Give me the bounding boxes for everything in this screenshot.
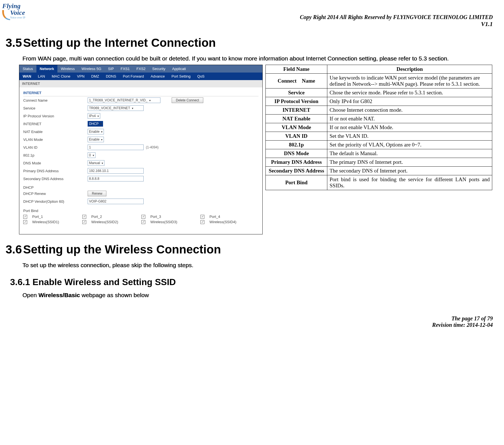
description-cell: Use keywords to indicate WAN port servic…: [327, 74, 492, 88]
tab-security[interactable]: Security: [149, 65, 169, 73]
secondary-dns-input[interactable]: 8.8.8.8: [88, 176, 144, 181]
logo-text-top: Flying: [2, 2, 36, 10]
secondary-dns-label: Secondary DNS Address: [23, 177, 88, 181]
dns-mode-select[interactable]: Manual: [88, 160, 104, 166]
port-bind-grid: ✓Port_1✓Port_2✓Port_3✓Port_4✓Wireless(SS…: [23, 213, 258, 225]
nat-enable-select[interactable]: Enable: [88, 129, 104, 134]
table-row: Secondary DNS AddressThe secondary DNS o…: [266, 167, 492, 175]
table-row: VLAN IDSet the VLAN ID.: [266, 132, 492, 141]
section-3-6-1-number: 3.6.1: [10, 277, 30, 287]
description-cell: If or not enable NAT.: [327, 115, 492, 123]
nat-enable-label: NAT Enable: [23, 130, 88, 134]
section-3-6-1-intro: Open Wireless/Basic webpage as shown bel…: [22, 292, 493, 299]
portbind-checkbox[interactable]: ✓: [82, 220, 86, 224]
tab-wireless[interactable]: Wireless: [57, 65, 78, 73]
tab-status[interactable]: Status: [19, 65, 36, 73]
service-select[interactable]: TR069_VOICE_INTERNET: [88, 105, 144, 111]
field-name-cell: Primary DNS Address: [266, 158, 327, 167]
tab-wan[interactable]: WAN: [19, 73, 34, 80]
tab-port-setting[interactable]: Port Setting: [168, 73, 194, 80]
table-row: Connect NameUse keywords to indicate WAN…: [266, 74, 492, 88]
tab-fxs2[interactable]: FXS2: [133, 65, 149, 73]
field-name-cell: INTERNET: [266, 106, 327, 115]
description-cell: Choose Internet connection mode.: [327, 106, 492, 115]
dhcp-renew-button[interactable]: Renew: [88, 191, 106, 196]
page-footer: The page 17 of 79 Revision time: 2014-12…: [6, 315, 493, 328]
description-cell: The default is Manual.: [327, 149, 492, 158]
tab-wireless-5g[interactable]: Wireless 5G: [78, 65, 105, 73]
section-3-6-number: 3.6: [6, 243, 22, 256]
copyright-text: Copy Right 2014 All Rights Reserved by F…: [6, 14, 493, 20]
primary-dns-input[interactable]: 192.168.10.1: [88, 168, 144, 174]
field-name-cell: Connect Name: [266, 74, 327, 88]
portbind-checkbox[interactable]: ✓: [200, 220, 204, 224]
table-row: INTERNETChoose Internet connection mode.: [266, 106, 492, 115]
section-3-6-heading: 3.6Setting up the Wireless Connection: [6, 243, 493, 256]
tab-sip[interactable]: SIP: [105, 65, 117, 73]
portbind-label: Port_3: [150, 215, 199, 219]
portbind-checkbox[interactable]: ✓: [141, 215, 145, 219]
tab-port-forward[interactable]: Port Forward: [120, 73, 147, 80]
connect-name-select[interactable]: 1_TR069_VOICE_INTERNET_R_VID_: [88, 97, 160, 103]
delete-connect-button[interactable]: Delete Connect: [172, 97, 203, 103]
tab-mac-clone[interactable]: MAC Clone: [48, 73, 74, 80]
desc-header-description: Description: [327, 65, 492, 74]
description-cell: Set the priority of VLAN, Options are 0~…: [327, 141, 492, 149]
field-name-cell: Secondary DNS Address: [266, 167, 327, 175]
tab-lan[interactable]: LAN: [34, 73, 48, 80]
port-bind-subtitle: Port Bind: [23, 209, 258, 213]
description-cell: Port bind is used for binding the servic…: [327, 175, 492, 190]
tab-qos[interactable]: QoS: [194, 73, 208, 80]
internet-panel-title: INTERNET: [23, 89, 258, 96]
8021p-label: 802.1p: [23, 153, 88, 157]
portbind-label: Wireless(SSID3): [150, 220, 199, 224]
description-cell: The primary DNS of Internet port.: [327, 158, 492, 167]
8021p-select[interactable]: 0: [88, 152, 95, 158]
ip-protocol-select[interactable]: IPv4: [88, 113, 100, 119]
portbind-label: Port_2: [91, 215, 140, 219]
primary-tabs: StatusNetworkWirelessWireless 5GSIPFXS1F…: [19, 65, 262, 73]
field-name-cell: Service: [266, 88, 327, 97]
version-text: V1.1: [6, 20, 493, 28]
internet-mode-select[interactable]: DHCP: [88, 121, 103, 127]
portbind-checkbox[interactable]: ✓: [200, 215, 204, 219]
desc-header-field: Field Name: [266, 65, 327, 74]
dns-mode-label: DNS Mode: [23, 161, 88, 165]
tab-network[interactable]: Network: [36, 65, 57, 73]
field-name-cell: Port Bind: [266, 175, 327, 190]
dhcp-renew-label: DHCP Renew: [23, 192, 88, 196]
dhcp-vendor-input[interactable]: VOIP-G802: [88, 199, 144, 204]
tab-advance[interactable]: Advance: [147, 73, 168, 80]
table-row: 802.1pSet the priority of VLAN, Options …: [266, 141, 492, 149]
tab-vpn[interactable]: VPN: [74, 73, 88, 80]
portbind-label: Wireless(SSID2): [91, 220, 140, 224]
description-cell: If or not enable VLAN Mode.: [327, 123, 492, 132]
connect-name-label: Connect Name: [23, 98, 88, 102]
field-description-table: Field Name Description Connect NameUse k…: [265, 65, 492, 190]
vlan-id-input[interactable]: 1: [88, 145, 144, 150]
vlan-mode-select[interactable]: Enable: [88, 137, 104, 142]
portbind-checkbox[interactable]: ✓: [82, 215, 86, 219]
field-name-cell: 802.1p: [266, 141, 327, 149]
portbind-checkbox[interactable]: ✓: [141, 220, 145, 224]
ip-protocol-label: IP Protocol Version: [23, 114, 88, 118]
portbind-label: Wireless(SSID4): [209, 220, 258, 224]
portbind-checkbox[interactable]: ✓: [23, 220, 27, 224]
section-3-6-1-title: Enable Wireless and Setting SSID: [32, 277, 176, 287]
tab-fxs1[interactable]: FXS1: [117, 65, 133, 73]
field-name-cell: VLAN Mode: [266, 123, 327, 132]
table-row: DNS ModeThe default is Manual.: [266, 149, 492, 158]
tab-applicati[interactable]: Applicati: [169, 65, 189, 73]
table-row: IP Protocol VersionOnly IPv4 for G802: [266, 97, 492, 106]
vlan-id-range-note: (1-4094): [146, 145, 158, 149]
description-cell: The secondary DNS of Internet port.: [327, 167, 492, 175]
tab-dmz[interactable]: DMZ: [88, 73, 102, 80]
description-cell: Chose the service mode. Please refer to …: [327, 88, 492, 97]
tab-ddns[interactable]: DDNS: [102, 73, 120, 80]
section-3-6-intro: To set up the wireless connection, pleas…: [22, 262, 493, 269]
portbind-checkbox[interactable]: ✓: [23, 215, 27, 219]
logo-text-bottom: Voice: [10, 10, 36, 16]
secondary-tabs: WANLANMAC CloneVPNDMZDDNSPort ForwardAdv…: [19, 73, 262, 80]
logo: Flying Voice Voice over IP: [2, 2, 36, 22]
section-3-6-1-heading: 3.6.1 Enable Wireless and Setting SSID: [10, 277, 493, 287]
